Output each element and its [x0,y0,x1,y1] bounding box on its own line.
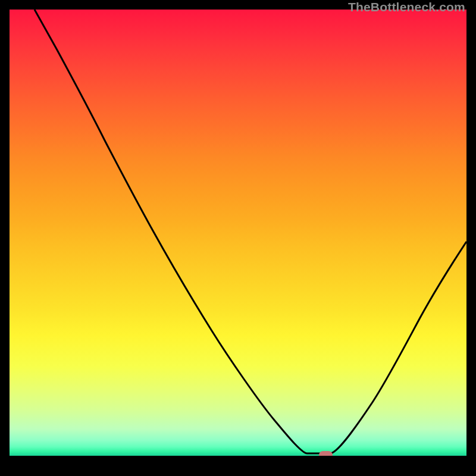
bottleneck-curve [10,10,466,456]
border-bottom [0,456,476,476]
chart-container: TheBottleneck.com [0,0,476,476]
border-right [466,0,476,476]
border-left [0,0,10,476]
plot-area [10,10,466,456]
watermark-text: TheBottleneck.com [348,0,465,14]
